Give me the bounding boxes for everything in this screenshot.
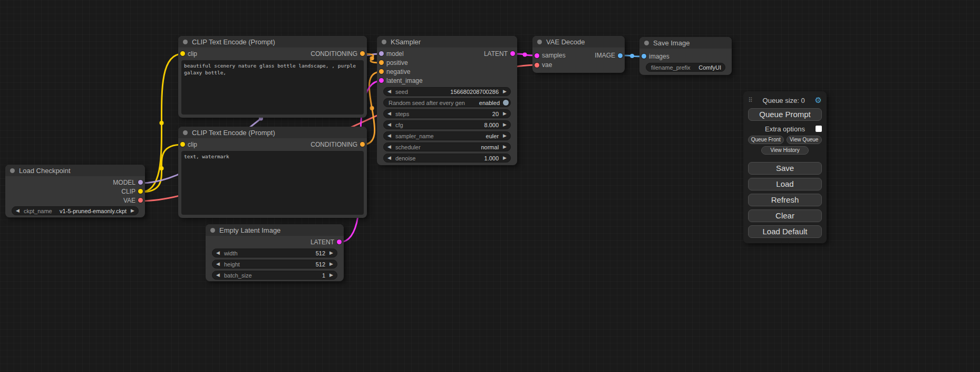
positive-prompt-text[interactable]: beautiful scenery nature glass bottle la… [181,60,364,115]
queue-prompt-button[interactable]: Queue Prompt [748,108,822,121]
stepper-left-icon[interactable]: ◀ [216,262,220,266]
random-seed-toggle[interactable] [503,100,509,106]
collapse-dot[interactable] [644,41,649,45]
stepper-right-icon[interactable]: ▶ [503,156,507,160]
stepper-right-icon[interactable]: ▶ [503,122,507,127]
height-widget[interactable]: ◀ height 512 ▶ [212,260,337,269]
vae-slot-dot[interactable] [138,198,143,203]
negative-prompt-text[interactable]: text, watermark [181,151,364,215]
node-title-bar[interactable]: VAE Decode [532,36,625,47]
output-slot-image[interactable]: IMAGE [595,52,623,59]
conditioning-slot-dot[interactable] [379,60,384,65]
input-slot-images[interactable]: images [642,53,669,60]
output-slot-latent[interactable]: LATENT [484,50,515,58]
stepper-right-icon[interactable]: ▶ [503,111,507,116]
node-vae-decode[interactable]: VAE Decode samples IMAGE vae [532,36,625,73]
extra-options-checkbox[interactable] [816,126,822,132]
image-slot-dot[interactable] [618,53,623,58]
collapse-dot[interactable] [183,130,188,135]
model-slot-dot[interactable] [138,180,143,185]
refresh-button[interactable]: Refresh [748,194,822,206]
stepper-right-icon[interactable]: ▶ [503,89,507,94]
stepper-right-icon[interactable]: ▶ [329,273,333,278]
stepper-right-icon[interactable]: ▶ [503,133,507,138]
node-clip-text-encode-positive[interactable]: CLIP Text Encode (Prompt) clip CONDITION… [178,36,367,118]
latent-slot-dot[interactable] [379,78,384,83]
conditioning-slot-dot[interactable] [360,51,365,56]
input-slot-clip[interactable]: clip [180,50,197,58]
output-slot-conditioning[interactable]: CONDITIONING [311,141,365,148]
clear-button[interactable]: Clear [748,209,822,222]
stepper-right-icon[interactable]: ▶ [329,251,333,255]
clip-slot-dot[interactable] [180,51,185,56]
conditioning-slot-dot[interactable] [379,69,384,74]
node-title-bar[interactable]: CLIP Text Encode (Prompt) [178,36,367,47]
stepper-left-icon[interactable]: ◀ [16,208,20,213]
seed-widget[interactable]: ◀ seed 156680208700286 ▶ [383,87,511,96]
stepper-right-icon[interactable]: ▶ [503,145,507,149]
model-slot-dot[interactable] [379,51,384,56]
stepper-left-icon[interactable]: ◀ [387,156,391,160]
node-ksampler[interactable]: KSampler model LATENT positive negative [377,36,517,165]
ckpt-name-widget[interactable]: ◀ ckpt_name v1-5-pruned-emaonly.ckpt ▶ [12,206,139,215]
input-slot-positive[interactable]: positive [379,59,408,66]
output-slot-latent[interactable]: LATENT [311,239,342,246]
node-clip-text-encode-negative[interactable]: CLIP Text Encode (Prompt) clip CONDITION… [178,127,367,218]
input-slot-model[interactable]: model [379,50,404,58]
denoise-widget[interactable]: ◀ denoise 1.000 ▶ [383,154,511,163]
input-slot-negative[interactable]: negative [379,68,410,75]
output-slot-conditioning[interactable]: CONDITIONING [311,50,365,58]
random-seed-widget[interactable]: Random seed after every gen enabled [383,98,511,107]
collapse-dot[interactable] [210,228,215,233]
node-empty-latent-image[interactable]: Empty Latent Image LATENT ◀ width 512 ▶ … [206,224,344,281]
collapse-dot[interactable] [537,40,542,44]
stepper-left-icon[interactable]: ◀ [216,251,220,255]
node-title-bar[interactable]: KSampler [377,36,517,47]
width-widget[interactable]: ◀ width 512 ▶ [212,249,337,257]
node-title-bar[interactable]: Empty Latent Image [206,224,344,236]
node-title-bar[interactable]: Save Image [639,37,732,49]
filename-prefix-widget[interactable]: filename_prefix ComfyUI [646,63,725,72]
drag-handle-icon[interactable]: ⠿ [748,97,753,104]
collapse-dot[interactable] [183,40,188,44]
stepper-left-icon[interactable]: ◀ [387,133,391,138]
input-slot-clip[interactable]: clip [180,141,197,148]
save-button[interactable]: Save [748,162,822,175]
output-slot-clip[interactable]: CLIP [121,188,143,195]
settings-gear-icon[interactable]: ⚙ [815,96,822,105]
stepper-left-icon[interactable]: ◀ [387,89,391,94]
node-title-bar[interactable]: CLIP Text Encode (Prompt) [178,127,367,138]
view-history-button[interactable]: View History [761,146,809,155]
sampler-name-widget[interactable]: ◀ sampler_name euler ▶ [383,131,511,140]
conditioning-slot-dot[interactable] [360,142,365,147]
node-load-checkpoint[interactable]: Load Checkpoint MODEL CLIP VAE ◀ ckpt_na… [5,165,145,217]
collapse-dot[interactable] [382,40,386,44]
clip-slot-dot[interactable] [138,189,143,194]
stepper-right-icon[interactable]: ▶ [329,262,333,266]
clip-slot-dot[interactable] [180,142,185,147]
input-slot-latent-image[interactable]: latent_image [379,77,423,84]
node-save-image[interactable]: Save Image images filename_prefix ComfyU… [639,37,732,75]
steps-widget[interactable]: ◀ steps 20 ▶ [383,109,511,118]
latent-slot-dot[interactable] [535,53,539,58]
queue-front-button[interactable]: Queue Front [748,136,784,144]
output-slot-model[interactable]: MODEL [113,179,143,186]
latent-slot-dot[interactable] [337,240,342,244]
image-slot-dot[interactable] [642,54,646,59]
input-slot-vae[interactable]: vae [535,61,552,69]
collapse-dot[interactable] [10,168,15,173]
output-slot-vae[interactable]: VAE [123,197,143,204]
stepper-left-icon[interactable]: ◀ [387,145,391,149]
cfg-widget[interactable]: ◀ cfg 8.000 ▶ [383,120,511,129]
input-slot-samples[interactable]: samples [535,52,566,59]
scheduler-widget[interactable]: ◀ scheduler normal ▶ [383,142,511,151]
batch-size-widget[interactable]: ◀ batch_size 1 ▶ [212,271,337,280]
node-title-bar[interactable]: Load Checkpoint [5,165,145,176]
latent-slot-dot[interactable] [510,51,515,56]
stepper-right-icon[interactable]: ▶ [131,208,134,213]
load-default-button[interactable]: Load Default [748,225,822,238]
stepper-left-icon[interactable]: ◀ [387,111,391,116]
load-button[interactable]: Load [748,178,822,190]
vae-slot-dot[interactable] [535,63,539,68]
view-queue-button[interactable]: View Queue [787,136,822,144]
